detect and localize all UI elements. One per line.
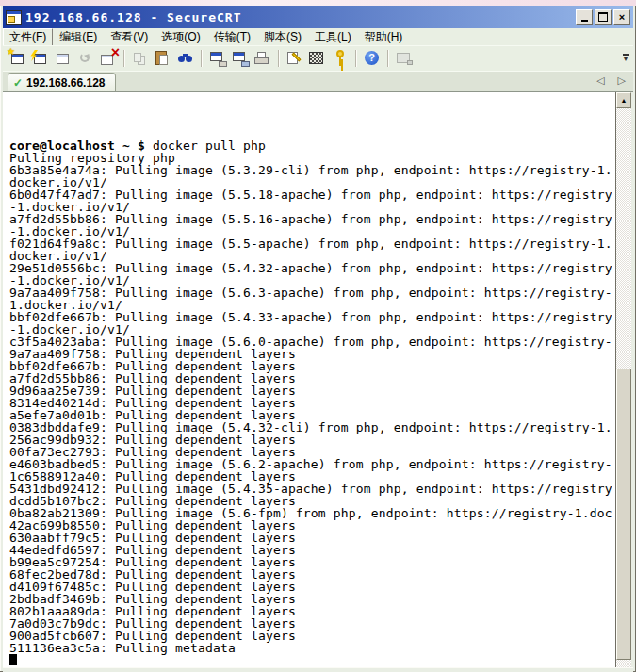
title-bar[interactable]: 192.168.66.128 - SecureCRT × (3, 6, 633, 28)
connect-icon[interactable] (7, 49, 29, 68)
menu-item-tools[interactable]: 工具(L) (308, 28, 358, 46)
scrollbar[interactable]: ▲ (615, 92, 631, 667)
menu-bar: 文件(F)编辑(E)查看(V)选项(O)传输(T)脚本(S)工具(L)帮助(H) (3, 28, 633, 45)
menu-item-help[interactable]: 帮助(H) (358, 28, 410, 46)
menu-item-edit[interactable]: 编辑(E) (53, 28, 104, 46)
new-tab-icon[interactable] (52, 49, 74, 68)
minimize-icon (581, 20, 588, 22)
toolbar-separator (201, 50, 203, 67)
menu-item-view[interactable]: 查看(V) (104, 28, 155, 46)
global-options-icon[interactable] (306, 49, 329, 68)
toolbar-separator (387, 50, 389, 67)
minimize-button[interactable] (576, 9, 593, 25)
toolbar: ▼ (3, 45, 633, 71)
tab-scroll-right-icon[interactable]: ▷ (618, 74, 626, 87)
session-tab[interactable]: ✓ 192.168.66.128 (8, 73, 116, 91)
help-icon[interactable] (361, 49, 383, 68)
disconnect-icon[interactable] (97, 49, 120, 68)
terminal-cursor (9, 654, 17, 665)
copy-icon[interactable] (129, 49, 152, 68)
tab-bar: ✓ 192.168.66.128 ◁ ▷ (3, 71, 633, 91)
window-title: 192.168.66.128 - SecureCRT (25, 10, 572, 25)
app-icon (6, 10, 22, 25)
menu-item-script[interactable]: 脚本(S) (257, 28, 308, 46)
agent-key-icon[interactable] (329, 49, 351, 68)
terminal-output-line: 511136ea3c5a: Pulling metadata (9, 642, 615, 654)
window-bottom-frame (3, 667, 633, 672)
close-icon: × (619, 12, 625, 23)
menu-item-transfer[interactable]: 传输(T) (207, 28, 257, 46)
menu-item-file[interactable]: 文件(F) (3, 28, 53, 46)
terminal[interactable]: core@localhost ~ $ docker pull phpPullin… (3, 92, 615, 667)
toolbar-separator (123, 50, 125, 67)
session-tab-label: 192.168.66.128 (26, 76, 105, 90)
tab-scroll-left-icon[interactable]: ◁ (596, 74, 604, 87)
print-icon[interactable] (252, 49, 274, 68)
reconnect-icon[interactable] (74, 49, 97, 68)
toolbar-separator (278, 50, 280, 67)
find-icon[interactable] (174, 49, 197, 68)
log-session-icon[interactable] (206, 49, 229, 68)
securecrt-window: { "window": { "title": "192.168.66.128 -… (0, 0, 636, 672)
maximize-icon (598, 12, 608, 22)
toolbar-separator (355, 50, 357, 67)
maximize-button[interactable] (595, 9, 612, 25)
paste-icon[interactable] (152, 49, 174, 68)
toolbar-overflow-button[interactable]: ▼ (620, 48, 631, 67)
close-button[interactable]: × (613, 9, 630, 25)
security-icon[interactable] (393, 49, 416, 68)
capture-screen-icon[interactable] (229, 49, 252, 68)
scroll-up-button[interactable]: ▲ (616, 92, 631, 108)
session-options-icon[interactable] (284, 49, 306, 68)
quick-connect-icon[interactable] (29, 49, 52, 68)
scrollbar-thumb[interactable] (616, 369, 631, 660)
menu-item-options[interactable]: 选项(O) (155, 28, 206, 46)
connected-check-icon: ✓ (13, 76, 23, 90)
